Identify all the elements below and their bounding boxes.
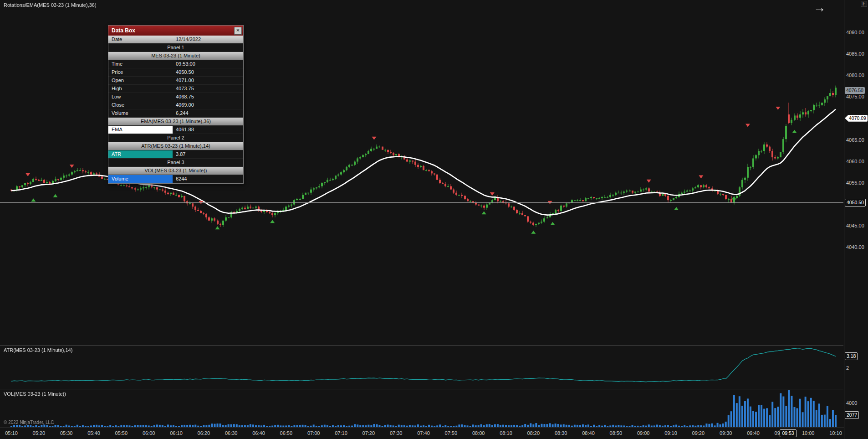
chart-title: Rotations/EMA(MES 03-23 (1 Minute),36) <box>4 2 97 8</box>
databox-field-value: 4061.88 <box>173 126 194 134</box>
time-axis-label: 07:20 <box>361 430 376 436</box>
time-axis-label: 09:30 <box>718 430 734 436</box>
atr-panel-label: ATR(MES 03-23 (1 Minute),14) <box>4 347 72 353</box>
time-axis-label: 08:30 <box>553 430 569 436</box>
databox-section-label: MES 03-23 (1 Minute) <box>151 52 200 60</box>
databox-row-mes-03-23-1-minute-: MES 03-23 (1 Minute) <box>108 52 243 60</box>
databox-field-label: Price <box>108 68 173 76</box>
ema-value-marker: 4070.09 <box>845 115 868 122</box>
price-axis-label: 4065.00 <box>846 137 864 143</box>
databox-section-label: EMA(MES 03-23 (1 Minute),36) <box>141 118 211 125</box>
databox-section-label: VOL(MES 03-23 (1 Minute)) <box>145 167 207 175</box>
databox-field-label: Volume <box>108 109 173 117</box>
time-axis-label: 06:20 <box>196 430 211 436</box>
time-axis-label: 08:50 <box>608 430 623 436</box>
databox-row-low: Low4068.75 <box>108 93 243 101</box>
databox-field-value: 6,244 <box>173 109 189 117</box>
databox-row-open: Open4071.00 <box>108 77 243 85</box>
databox-field-value: 4068.75 <box>173 93 194 101</box>
time-axis-label: 05:10 <box>4 430 19 436</box>
time-axis-label: 06:40 <box>251 430 266 436</box>
databox-section-label: Panel 3 <box>167 159 184 166</box>
databox-row-atr-mes-03-23-1-minute-14-: ATR(MES 03-23 (1 Minute),14) <box>108 142 243 150</box>
time-axis-label: 06:30 <box>224 430 239 436</box>
databox-field-label: EMA <box>108 126 173 134</box>
time-axis-label: 06:50 <box>278 430 294 436</box>
time-axis-label: 07:10 <box>333 430 349 436</box>
databox-section-label: Panel 2 <box>167 134 184 142</box>
databox-row-time: Time09:53:00 <box>108 60 243 68</box>
databox-field-label: Open <box>108 77 173 84</box>
time-axis-label: 08:00 <box>471 430 486 436</box>
time-axis-label: 06:10 <box>168 430 184 436</box>
databox-row-panel-3: Panel 3 <box>108 159 243 167</box>
databox-field-label: Time <box>108 60 173 68</box>
crosshair-time-marker: 09:53 <box>780 429 796 437</box>
data-box-window[interactable]: Data Box ✕ Date12/14/2022Panel 1MES 03-2… <box>108 25 244 184</box>
arrow-annotation-icon[interactable]: → <box>813 1 826 15</box>
time-axis-label: 08:10 <box>498 430 514 436</box>
time-axis-label: 10:00 <box>801 430 816 436</box>
databox-field-label: Volume <box>108 175 173 183</box>
databox-row-ema-mes-03-23-1-minute-36-: EMA(MES 03-23 (1 Minute),36) <box>108 118 243 126</box>
databox-field-value: 4050.50 <box>173 68 194 76</box>
databox-field-label: ATR <box>108 150 173 158</box>
time-axis-label: 06:00 <box>141 430 157 436</box>
databox-field-label: Close <box>108 101 173 109</box>
time-axis-label: 07:30 <box>388 430 404 436</box>
price-axis-label: 4055.00 <box>846 180 864 186</box>
databox-row-ema: EMA4061.88 <box>108 126 243 134</box>
atr-value-marker: 3.18 <box>845 352 858 360</box>
price-axis-label: 4075.00 <box>846 94 864 99</box>
databox-field-label: Low <box>108 93 173 101</box>
time-axis-label: 05:30 <box>59 430 74 436</box>
time-axis-label: 09:10 <box>663 430 679 436</box>
time-axis-label: 09:20 <box>690 430 706 436</box>
price-axis[interactable]: F 4090.004085.004080.004075.004065.00406… <box>844 0 868 439</box>
time-axis-label: 08:40 <box>581 430 596 436</box>
price-axis-label: 4080.00 <box>846 72 864 78</box>
databox-field-value: 4071.00 <box>173 77 194 84</box>
close-icon[interactable]: ✕ <box>234 27 242 35</box>
copyright: © 2022 NinjaTrader, LLC <box>4 420 54 425</box>
data-box-rows: Date12/14/2022Panel 1MES 03-23 (1 Minute… <box>108 36 243 183</box>
databox-field-value: 12/14/2022 <box>173 36 201 43</box>
time-axis-label: 05:50 <box>113 430 129 436</box>
time-axis-label: 08:20 <box>526 430 541 436</box>
time-axis-label: 10:10 <box>828 430 843 436</box>
time-axis-label: 07:50 <box>443 430 459 436</box>
time-axis-label: 05:20 <box>31 430 46 436</box>
price-axis-label: 4090.00 <box>846 30 864 35</box>
crosshair-price-marker: 4050.50 <box>845 199 866 207</box>
databox-row-volume: Volume6,244 <box>108 109 243 118</box>
databox-row-panel-2: Panel 2 <box>108 134 243 142</box>
price-axis-label: 4060.00 <box>846 159 864 164</box>
databox-field-label: High <box>108 85 173 93</box>
databox-field-value: 3.87 <box>173 150 185 158</box>
databox-row-date: Date12/14/2022 <box>108 36 243 44</box>
price-axis-label: 4085.00 <box>846 51 864 57</box>
volume-value-marker: 2077 <box>845 411 859 419</box>
databox-row-close: Close4069.00 <box>108 101 243 109</box>
databox-field-value: 6244 <box>173 175 187 183</box>
databox-row-panel-1: Panel 1 <box>108 44 243 52</box>
databox-field-value: 4069.00 <box>173 101 194 109</box>
time-axis-label: 07:40 <box>416 430 431 436</box>
window-control-f[interactable]: F <box>861 1 867 7</box>
time-axis[interactable]: 05:1005:2005:3005:4005:5006:0006:1006:20… <box>0 428 844 439</box>
databox-row-high: High4073.75 <box>108 85 243 93</box>
databox-section-label: ATR(MES 03-23 (1 Minute),14) <box>141 142 210 150</box>
time-axis-label: 05:40 <box>86 430 102 436</box>
data-box-title: Data Box <box>112 27 135 34</box>
databox-row-atr: ATR3.87 <box>108 150 243 159</box>
databox-row-price: Price4050.50 <box>108 68 243 77</box>
time-axis-label: 07:00 <box>306 430 322 436</box>
atr-axis-label: 2 <box>846 365 849 371</box>
databox-field-value: 09:53:00 <box>173 60 195 68</box>
databox-row-vol-mes-03-23-1-minute-: VOL(MES 03-23 (1 Minute)) <box>108 167 243 175</box>
price-axis-label: 4040.00 <box>846 244 864 250</box>
databox-section-label: Panel 1 <box>167 44 184 52</box>
databox-row-volume: Volume6244 <box>108 175 243 183</box>
data-box-titlebar[interactable]: Data Box ✕ <box>108 26 243 36</box>
last-price-marker: 4076.50 <box>845 87 865 94</box>
